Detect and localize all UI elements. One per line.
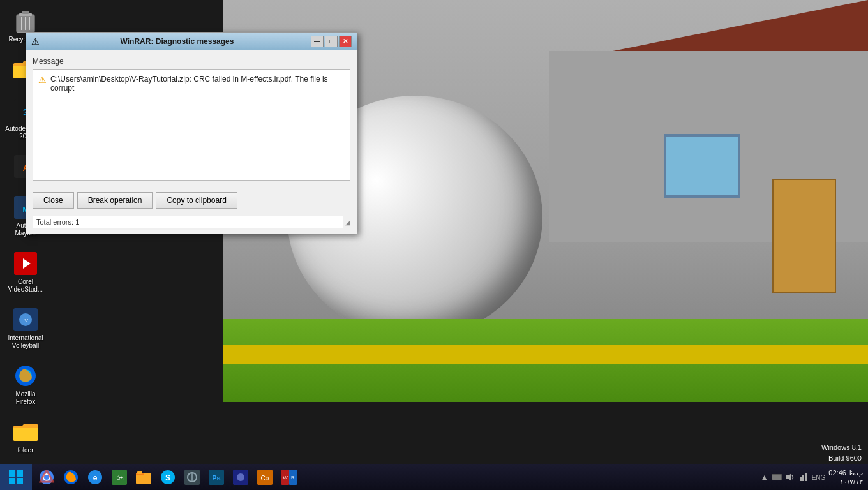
desktop-icon-corel-video[interactable]: Corel VideoStud...	[3, 249, 48, 295]
firefox-label: Mozilla Firefox	[5, 390, 46, 406]
volleyball-icon: IV	[13, 307, 38, 332]
desktop-icon-firefox[interactable]: Mozilla Firefox	[3, 361, 48, 408]
internet-explorer-icon: e	[87, 470, 103, 485]
dialog-controls: — □ ✕	[311, 36, 352, 47]
chrome-icon	[39, 470, 54, 485]
taskbar-right-area: ▲ ENG 02:46 ب.ظ ۱۰/۷/۱۳	[761, 468, 868, 487]
svg-rect-19	[9, 470, 15, 477]
svg-text:S: S	[165, 473, 170, 482]
dialog-titlebar[interactable]: ⚠ WinRAR: Diagnostic messages — □ ✕	[26, 33, 357, 50]
taskbar-icon-winrar[interactable]: W R	[278, 466, 301, 489]
svg-text:Co: Co	[261, 475, 269, 482]
dialog-footer: Close Break operation Copy to clipboard	[26, 187, 357, 214]
dialog-title-text: WinRAR: Diagnostic messages	[43, 37, 311, 46]
file-explorer-icon	[136, 470, 151, 485]
wall	[549, 51, 868, 242]
skype-icon: S	[160, 470, 176, 485]
tool6-icon	[184, 470, 200, 485]
language-indicator[interactable]: ENG	[812, 474, 826, 481]
dialog-title-warning-icon: ⚠	[31, 36, 40, 47]
minimize-button[interactable]: —	[311, 36, 324, 47]
network-icon[interactable]	[798, 472, 809, 482]
svg-rect-53	[800, 477, 802, 481]
show-hidden-icon[interactable]: ▲	[761, 473, 768, 482]
winrar-dialog: ⚠ WinRAR: Diagnostic messages — □ ✕ Mess…	[26, 32, 357, 234]
desktop-icon-folder2[interactable]: folder	[3, 417, 48, 456]
start-button[interactable]	[0, 464, 32, 490]
svg-text:Ps: Ps	[212, 474, 220, 482]
message-content: C:\Users\amin\Desktop\V-RayTutorial.zip:…	[50, 75, 345, 93]
windows-info: Windows 8.1 Build 9600	[821, 442, 862, 463]
taskbar: e 🛍	[0, 464, 868, 490]
copy-to-clipboard-button[interactable]: Copy to clipboard	[156, 192, 237, 209]
message-label: Message	[33, 57, 350, 66]
svg-point-43	[237, 473, 244, 481]
clock-time: 02:46 ب.ظ	[828, 468, 863, 477]
windows-store-icon: 🛍	[112, 470, 127, 485]
photoshop-icon: Ps	[209, 470, 224, 485]
taskbar-icon-tool8[interactable]	[229, 466, 252, 489]
taskbar-icon-store[interactable]: 🛍	[108, 466, 131, 489]
taskbar-icon-corel[interactable]: Co	[253, 466, 276, 489]
windows-build: Build 9600	[821, 453, 862, 464]
svg-marker-52	[786, 473, 791, 481]
close-button[interactable]: Close	[33, 192, 74, 209]
window-element	[664, 134, 740, 198]
svg-text:🛍: 🛍	[116, 474, 124, 482]
svg-point-25	[44, 475, 49, 480]
message-row: ⚠ C:\Users\amin\Desktop\V-RayTutorial.zi…	[38, 75, 345, 93]
svg-rect-20	[17, 470, 23, 477]
taskbar-icon-chrome[interactable]	[35, 466, 58, 489]
taskbar-icon-ie[interactable]: e	[84, 466, 107, 489]
svg-text:W: W	[283, 475, 288, 480]
windows-logo-icon	[9, 470, 23, 484]
svg-rect-54	[802, 475, 804, 481]
folder2-icon	[13, 419, 38, 445]
resize-grip-icon: ◢	[343, 219, 350, 226]
corel-video-label: Corel VideoStud...	[5, 278, 46, 293]
svg-rect-51	[772, 475, 781, 480]
svg-rect-22	[17, 478, 23, 484]
clock-date: ۱۰/۷/۱۳	[828, 477, 863, 486]
volume-icon[interactable]	[785, 472, 795, 482]
total-errors-text: Total errors: 1	[36, 218, 79, 226]
break-operation-button[interactable]: Break operation	[77, 192, 153, 209]
taskbar-icon-explorer[interactable]	[132, 466, 155, 489]
message-area: ⚠ C:\Users\amin\Desktop\V-RayTutorial.zi…	[33, 69, 350, 181]
status-bar-content: Total errors: 1	[33, 216, 343, 228]
desktop: Recycle Bin 3 Autodesk Max 20...	[0, 0, 868, 490]
taskbar-icon-firefox[interactable]	[59, 466, 82, 489]
windows-version: Windows 8.1	[821, 442, 862, 453]
svg-text:IV: IV	[23, 318, 28, 323]
taskbar-icon-photoshop[interactable]: Ps	[205, 466, 228, 489]
corel-video-icon	[13, 251, 38, 276]
svg-rect-21	[9, 478, 15, 484]
ground-area	[223, 319, 868, 402]
volleyball-label: International Volleyball	[5, 334, 46, 350]
firefox-icon	[13, 363, 38, 389]
firefox-taskbar-icon	[63, 470, 79, 485]
folder2-label: folder	[17, 447, 33, 454]
svg-text:e: e	[93, 473, 98, 482]
corel-icon: Co	[257, 470, 273, 485]
svg-rect-2	[22, 11, 29, 14]
dialog-status-bar: Total errors: 1 ◢	[26, 214, 357, 234]
warning-triangle-icon: ⚠	[38, 75, 47, 85]
winrar-icon: W R	[281, 470, 297, 485]
taskbar-pinned-icons: e 🛍	[32, 464, 304, 490]
close-window-button[interactable]: ✕	[339, 36, 352, 47]
recycle-bin-icon	[13, 8, 38, 34]
system-tray-icons: ▲ ENG	[761, 472, 826, 482]
desktop-icon-volleyball[interactable]: IV International Volleyball	[3, 305, 48, 352]
door	[772, 179, 836, 293]
svg-text:R: R	[291, 475, 295, 480]
svg-rect-55	[805, 473, 807, 481]
dialog-body: Message ⚠ C:\Users\amin\Desktop\V-RayTut…	[26, 50, 357, 187]
maximize-button[interactable]: □	[325, 36, 338, 47]
keyboard-icon	[772, 472, 782, 482]
system-clock[interactable]: 02:46 ب.ظ ۱۰/۷/۱۳	[828, 468, 863, 487]
yellow-stripe	[223, 345, 868, 364]
tool8-icon	[233, 470, 248, 485]
taskbar-icon-tool6[interactable]	[181, 466, 204, 489]
taskbar-icon-skype[interactable]: S	[156, 466, 179, 489]
